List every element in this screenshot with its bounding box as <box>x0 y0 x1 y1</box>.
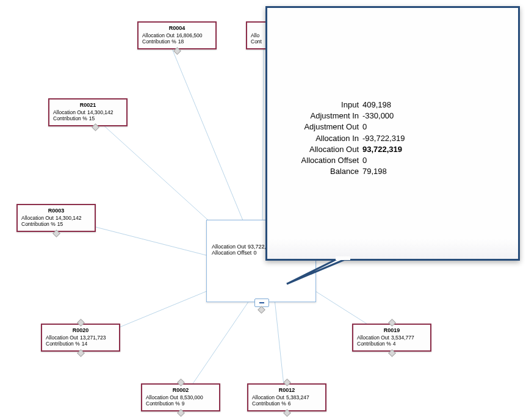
node-title: R0004 <box>142 25 212 31</box>
node-row: Allocation Out3,534,777 <box>357 335 427 341</box>
diagram-canvas[interactable]: R0004 Allocation Out16,806,500 Contribut… <box>0 0 526 420</box>
node-r0003[interactable]: R0003 Allocation Out14,300,142 Contribut… <box>16 204 96 232</box>
node-row: Allocation Out14,300,142 <box>53 109 123 115</box>
node-title <box>251 25 263 31</box>
node-r0019[interactable]: R0019 Allocation Out3,534,777 Contributi… <box>352 324 431 352</box>
node-row: Contribution %6 <box>252 400 322 407</box>
node-row: Allocation Out16,806,500 <box>142 32 212 38</box>
node-row: Contribution %15 <box>53 115 123 121</box>
minus-icon <box>259 302 264 303</box>
svg-line-0 <box>172 49 250 238</box>
connector-port <box>258 306 265 314</box>
svg-line-6 <box>275 299 284 391</box>
svg-line-1 <box>262 38 264 238</box>
node-row: Contribution %4 <box>357 341 427 347</box>
node-row: Contribution %9 <box>146 400 215 407</box>
node-row: Allocation Out8,530,000 <box>146 394 215 400</box>
node-row: Cont <box>251 38 263 45</box>
node-r0002[interactable]: R0002 Allocation Out8,530,000 Contributi… <box>141 383 220 411</box>
node-title: R0012 <box>252 387 322 393</box>
node-row: Allocation Out14,300,142 <box>21 215 91 221</box>
node-r0012[interactable]: R0012 Allocation Out5,383,247 Contributi… <box>247 383 326 411</box>
node-partial[interactable]: Allo Cont <box>246 21 267 49</box>
node-row: Contribution %14 <box>46 341 115 347</box>
node-r0004[interactable]: R0004 Allocation Out16,806,500 Contribut… <box>137 21 217 49</box>
node-title: R0019 <box>357 327 427 333</box>
node-r0021[interactable]: R0021 Allocation Out14,300,142 Contribut… <box>48 98 128 126</box>
tooltip-popup: Input409,198 Adjustment In-330,000 Adjus… <box>265 6 520 261</box>
node-title: R0020 <box>46 327 115 333</box>
node-title: R0002 <box>146 387 215 393</box>
tooltip-content: Input409,198 Adjustment In-330,000 Adjus… <box>267 8 518 177</box>
node-row: Allocation Out5,383,247 <box>252 394 322 400</box>
node-title: R0003 <box>21 208 91 214</box>
node-row: Allocation Out13,271,723 <box>46 335 115 341</box>
node-row: Contribution %18 <box>142 38 212 45</box>
node-r0020[interactable]: R0020 Allocation Out13,271,723 Contribut… <box>41 324 120 352</box>
node-row: Contribution %15 <box>21 221 91 227</box>
node-row: Allo <box>251 32 263 38</box>
node-title: R0021 <box>53 102 123 108</box>
